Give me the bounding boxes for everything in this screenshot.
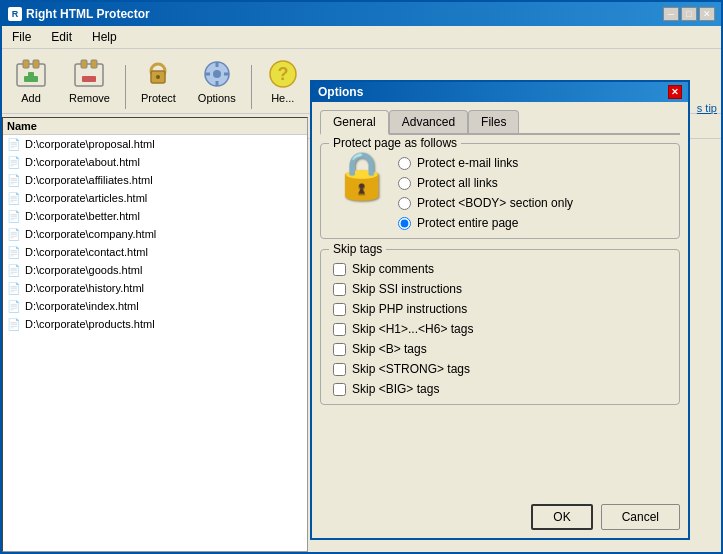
list-item[interactable]: 📄D:\corporate\history.html bbox=[3, 279, 307, 297]
skip-tag-item[interactable]: Skip comments bbox=[333, 262, 667, 276]
svg-rect-7 bbox=[91, 60, 97, 68]
dialog-close-button[interactable]: ✕ bbox=[668, 85, 682, 99]
file-icon: 📄 bbox=[7, 137, 21, 151]
file-icon: 📄 bbox=[7, 317, 21, 331]
list-item[interactable]: 📄D:\corporate\contact.html bbox=[3, 243, 307, 261]
protect-option[interactable]: Protect <BODY> section only bbox=[398, 196, 573, 210]
skip-tag-checkbox-5[interactable] bbox=[333, 363, 346, 376]
skip-tags-group: Skip tags Skip commentsSkip SSI instruct… bbox=[320, 249, 680, 405]
dialog-tabs: General Advanced Files bbox=[320, 110, 680, 135]
dialog-title: Options bbox=[318, 85, 363, 99]
protect-group-label: Protect page as follows bbox=[329, 136, 461, 150]
skip-tag-item[interactable]: Skip <BIG> tags bbox=[333, 382, 667, 396]
file-list-header: Name bbox=[3, 118, 307, 135]
help-icon: ? bbox=[267, 58, 299, 90]
toolbar-separator-1 bbox=[125, 65, 126, 109]
list-item[interactable]: 📄D:\corporate\better.html bbox=[3, 207, 307, 225]
protect-option[interactable]: Protect e-mail links bbox=[398, 156, 573, 170]
tab-advanced[interactable]: Advanced bbox=[389, 110, 468, 133]
skip-tag-label-2: Skip PHP instructions bbox=[352, 302, 467, 316]
menu-file[interactable]: File bbox=[6, 28, 37, 46]
skip-tag-item[interactable]: Skip SSI instructions bbox=[333, 282, 667, 296]
dialog-content: General Advanced Files Protect page as f… bbox=[312, 102, 688, 423]
svg-rect-4 bbox=[24, 76, 38, 82]
file-name: D:\corporate\articles.html bbox=[25, 192, 147, 204]
file-icon: 📄 bbox=[7, 209, 21, 223]
add-button[interactable]: Add bbox=[6, 53, 56, 109]
tips-link[interactable]: s tip bbox=[697, 102, 717, 114]
toolbar-separator-2 bbox=[251, 65, 252, 109]
remove-button[interactable]: Remove bbox=[60, 53, 119, 109]
add-label: Add bbox=[21, 92, 41, 104]
skip-tags-content: Skip commentsSkip SSI instructionsSkip P… bbox=[333, 258, 667, 396]
list-item[interactable]: 📄D:\corporate\affiliates.html bbox=[3, 171, 307, 189]
lock-icon-decoration: 🔒 bbox=[333, 152, 390, 198]
options-icon bbox=[201, 58, 233, 90]
file-name: D:\corporate\about.html bbox=[25, 156, 140, 168]
list-item[interactable]: 📄D:\corporate\products.html bbox=[3, 315, 307, 333]
protect-option-label-2: Protect <BODY> section only bbox=[417, 196, 573, 210]
skip-tag-item[interactable]: Skip PHP instructions bbox=[333, 302, 667, 316]
file-name: D:\corporate\affiliates.html bbox=[25, 174, 153, 186]
menu-edit[interactable]: Edit bbox=[45, 28, 78, 46]
skip-tag-label-6: Skip <BIG> tags bbox=[352, 382, 439, 396]
help-button[interactable]: ? He... bbox=[258, 53, 308, 109]
ok-button[interactable]: OK bbox=[531, 504, 592, 530]
protect-option[interactable]: Protect all links bbox=[398, 176, 573, 190]
file-name: D:\corporate\better.html bbox=[25, 210, 140, 222]
options-dialog: Options ✕ General Advanced Files Protect… bbox=[310, 80, 690, 540]
list-item[interactable]: 📄D:\corporate\proposal.html bbox=[3, 135, 307, 153]
skip-tag-item[interactable]: Skip <B> tags bbox=[333, 342, 667, 356]
protect-option-label-1: Protect all links bbox=[417, 176, 498, 190]
menu-help[interactable]: Help bbox=[86, 28, 123, 46]
svg-rect-6 bbox=[81, 60, 87, 68]
skip-tag-checkbox-1[interactable] bbox=[333, 283, 346, 296]
file-icon: 📄 bbox=[7, 191, 21, 205]
list-item[interactable]: 📄D:\corporate\articles.html bbox=[3, 189, 307, 207]
skip-tag-label-0: Skip comments bbox=[352, 262, 434, 276]
options-button[interactable]: Options bbox=[189, 53, 245, 109]
file-name: D:\corporate\contact.html bbox=[25, 246, 148, 258]
title-bar-left: R Right HTML Protector bbox=[8, 7, 150, 21]
protect-radio-0[interactable] bbox=[398, 157, 411, 170]
tab-files[interactable]: Files bbox=[468, 110, 519, 133]
protect-radio-2[interactable] bbox=[398, 197, 411, 210]
skip-tag-item[interactable]: Skip <STRONG> tags bbox=[333, 362, 667, 376]
main-window: R Right HTML Protector ─ □ ✕ File Edit H… bbox=[0, 0, 723, 554]
svg-rect-14 bbox=[215, 62, 218, 67]
list-item[interactable]: 📄D:\corporate\goods.html bbox=[3, 261, 307, 279]
tab-general[interactable]: General bbox=[320, 110, 389, 135]
skip-tag-checkbox-2[interactable] bbox=[333, 303, 346, 316]
skip-tag-checkbox-3[interactable] bbox=[333, 323, 346, 336]
menu-bar: File Edit Help bbox=[2, 26, 721, 49]
list-item[interactable]: 📄D:\corporate\about.html bbox=[3, 153, 307, 171]
list-item[interactable]: 📄D:\corporate\index.html bbox=[3, 297, 307, 315]
file-icon: 📄 bbox=[7, 299, 21, 313]
skip-tag-checkbox-6[interactable] bbox=[333, 383, 346, 396]
minimize-button[interactable]: ─ bbox=[663, 7, 679, 21]
file-name: D:\corporate\index.html bbox=[25, 300, 139, 312]
skip-tag-label-4: Skip <B> tags bbox=[352, 342, 427, 356]
cancel-button[interactable]: Cancel bbox=[601, 504, 680, 530]
maximize-button[interactable]: □ bbox=[681, 7, 697, 21]
protect-option-label-0: Protect e-mail links bbox=[417, 156, 518, 170]
protect-radio-1[interactable] bbox=[398, 177, 411, 190]
file-icon: 📄 bbox=[7, 227, 21, 241]
window-title: Right HTML Protector bbox=[26, 7, 150, 21]
skip-tag-item[interactable]: Skip <H1>...<H6> tags bbox=[333, 322, 667, 336]
skip-tag-checkbox-4[interactable] bbox=[333, 343, 346, 356]
close-button[interactable]: ✕ bbox=[699, 7, 715, 21]
file-icon: 📄 bbox=[7, 281, 21, 295]
list-item[interactable]: 📄D:\corporate\company.html bbox=[3, 225, 307, 243]
protect-radio-3[interactable] bbox=[398, 217, 411, 230]
skip-tag-label-5: Skip <STRONG> tags bbox=[352, 362, 470, 376]
skip-tag-checkbox-0[interactable] bbox=[333, 263, 346, 276]
file-list[interactable]: Name 📄D:\corporate\proposal.html📄D:\corp… bbox=[2, 117, 308, 552]
remove-label: Remove bbox=[69, 92, 110, 104]
protect-option[interactable]: Protect entire page bbox=[398, 216, 573, 230]
help-label: He... bbox=[271, 92, 294, 104]
file-list-items: 📄D:\corporate\proposal.html📄D:\corporate… bbox=[3, 135, 307, 333]
file-icon: 📄 bbox=[7, 245, 21, 259]
protect-button[interactable]: Protect bbox=[132, 53, 185, 109]
protect-option-label-3: Protect entire page bbox=[417, 216, 518, 230]
